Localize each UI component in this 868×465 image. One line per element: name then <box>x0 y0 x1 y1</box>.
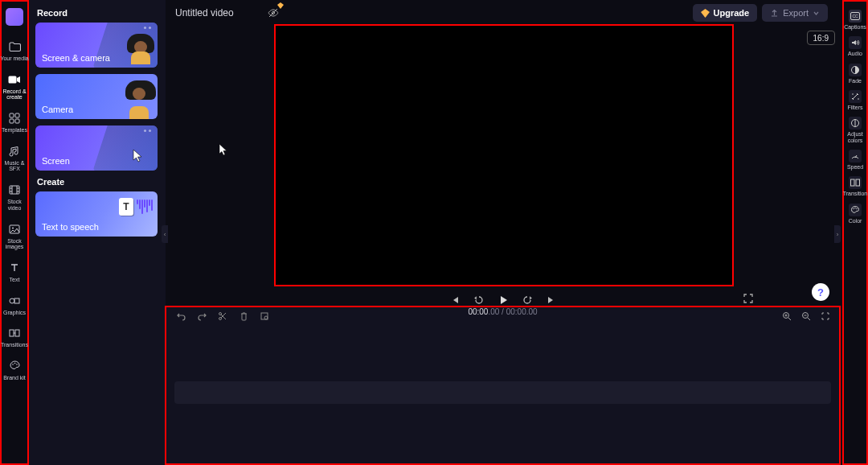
rr-transition[interactable]: Transition <box>842 173 868 200</box>
svg-rect-10 <box>10 330 14 336</box>
card-text-to-speech[interactable]: T Text to speech <box>35 191 158 237</box>
rail-brand-kit[interactable]: Brand kit <box>0 355 29 388</box>
zoom-in-button[interactable] <box>781 311 792 322</box>
delete-button[interactable] <box>237 310 250 323</box>
rr-captions[interactable]: CC Captions <box>842 6 868 33</box>
rail-label: Your media <box>0 56 28 62</box>
audio-icon <box>849 36 862 49</box>
fade-icon <box>849 64 862 76</box>
rr-audio[interactable]: Audio <box>842 33 868 60</box>
rr-label: Fade <box>849 78 862 84</box>
step-back-button[interactable] <box>473 294 485 307</box>
rr-filters[interactable]: Filters <box>842 87 868 113</box>
upload-icon <box>770 9 779 18</box>
adjust-icon <box>849 117 862 130</box>
rail-record-create[interactable]: Record & create <box>0 68 29 107</box>
app-logo[interactable] <box>6 8 23 26</box>
templates-icon <box>8 112 21 125</box>
svg-text:CC: CC <box>852 14 858 19</box>
svg-point-8 <box>10 298 14 303</box>
rail-stock-images[interactable]: Stock images <box>0 218 29 257</box>
rail-label: Stock images <box>0 238 29 250</box>
window-dots <box>144 27 151 29</box>
rr-label: Audio <box>848 51 862 56</box>
timeline-track[interactable] <box>174 381 831 404</box>
zoom-out-button[interactable] <box>800 311 812 322</box>
card-label: Screen <box>42 156 70 166</box>
rr-adjust-colors[interactable]: Adjust colors <box>842 113 868 146</box>
panel-collapse-right[interactable]: › <box>834 225 841 243</box>
rail-templates[interactable]: Templates <box>0 107 29 140</box>
rail-text[interactable]: Text <box>0 257 29 290</box>
aspect-ratio-button[interactable]: 16:9 <box>807 31 835 45</box>
upgrade-button[interactable]: Upgrade <box>693 4 758 22</box>
split-button[interactable] <box>216 310 229 323</box>
skip-forward-button[interactable] <box>545 294 558 307</box>
rr-label: Filters <box>847 105 862 110</box>
chevron-down-icon <box>813 10 820 17</box>
color-icon <box>849 204 862 216</box>
step-forward-button[interactable] <box>521 294 534 307</box>
svg-point-12 <box>12 364 14 366</box>
rail-transitions[interactable]: Transitions <box>0 322 29 355</box>
device-illustration <box>93 126 158 171</box>
card-label: Screen & camera <box>42 53 110 63</box>
rail-label: Stock video <box>0 199 29 211</box>
transitions-icon <box>8 327 21 339</box>
rail-music[interactable]: Music & SFX <box>0 140 29 179</box>
help-button[interactable]: ? <box>812 283 829 301</box>
cursor-illustration <box>132 148 146 163</box>
eye-off-icon <box>267 7 280 19</box>
card-camera[interactable]: Camera <box>35 74 158 119</box>
svg-rect-11 <box>15 330 19 336</box>
rail-label: Brand kit <box>3 375 26 381</box>
rr-fade[interactable]: Fade <box>842 60 868 87</box>
transition-icon <box>849 176 862 189</box>
svg-point-24 <box>853 208 854 209</box>
timeline-timecode: 00:00.00 / 00:00.00 <box>468 307 537 316</box>
rr-speed[interactable]: Speed <box>842 146 868 173</box>
face-illustration <box>127 34 154 64</box>
toggle-premium-visibility[interactable] <box>265 5 281 21</box>
film-icon <box>8 183 21 196</box>
rr-label: Color <box>849 218 862 224</box>
filters-icon <box>849 90 862 103</box>
captions-icon: CC <box>849 10 862 23</box>
preview-canvas[interactable] <box>276 26 732 285</box>
rr-color[interactable]: Color <box>842 200 868 227</box>
brand-icon <box>8 360 21 372</box>
svg-rect-1 <box>10 113 14 117</box>
graphics-icon <box>8 294 21 307</box>
card-screen[interactable]: Screen <box>35 126 158 171</box>
rail-label: Templates <box>2 127 27 134</box>
rail-graphics[interactable]: Graphics <box>0 290 29 323</box>
rail-stock-video[interactable]: Stock video <box>0 179 29 217</box>
image-icon <box>8 223 21 236</box>
window-dots <box>144 130 151 132</box>
undo-button[interactable] <box>174 310 187 323</box>
rail-your-media[interactable]: Your media <box>0 35 29 68</box>
svg-point-20 <box>858 98 859 100</box>
export-button[interactable]: Export <box>762 4 828 22</box>
rail-label: Record & create <box>0 88 29 101</box>
canvas-region: 16:9 ? <box>166 24 841 306</box>
zoom-fit-button[interactable] <box>820 311 831 322</box>
top-bar: Upgrade Export <box>166 0 834 26</box>
svg-rect-23 <box>856 179 860 186</box>
project-title-input[interactable] <box>175 7 264 19</box>
face-illustration <box>125 80 156 119</box>
diamond-icon <box>277 2 284 9</box>
left-panel: Record Screen & camera Camera Screen Cre… <box>29 0 166 465</box>
skip-back-button[interactable] <box>448 294 461 307</box>
crop-button[interactable] <box>258 310 271 323</box>
play-button[interactable] <box>497 294 510 307</box>
fullscreen-button[interactable] <box>743 293 754 304</box>
svg-point-25 <box>854 208 855 208</box>
redo-button[interactable] <box>195 310 208 323</box>
card-screen-and-camera[interactable]: Screen & camera <box>35 23 158 68</box>
timeline: 00:00.00 / 00:00.00 <box>165 306 841 465</box>
svg-rect-22 <box>851 179 855 186</box>
rail-label: Music & SFX <box>0 160 29 172</box>
rr-label: Speed <box>847 164 863 170</box>
svg-rect-0 <box>9 76 17 83</box>
